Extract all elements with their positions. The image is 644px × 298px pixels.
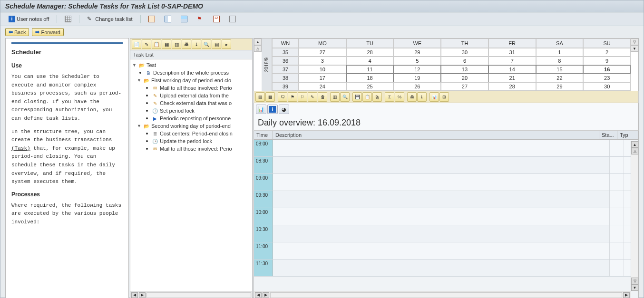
collapse-icon[interactable]: ▼ xyxy=(137,78,142,83)
ov-tool[interactable]: ⚑ xyxy=(288,92,297,102)
tree-tool-9[interactable]: ▤ xyxy=(212,39,221,49)
tree-item[interactable]: ▶Periodic reposting of personne xyxy=(130,115,252,122)
tree-item[interactable]: 🕒Set period lock xyxy=(130,107,252,115)
tree-item[interactable]: ✉Mail to all those involved: Perio xyxy=(130,145,252,153)
cal-day[interactable]: 9 xyxy=(583,57,631,65)
cal-day[interactable]: 24 xyxy=(299,82,346,91)
schedule-row[interactable]: 11:30 xyxy=(254,260,638,277)
scroll-track[interactable] xyxy=(146,292,251,298)
chart-button[interactable]: 📊 xyxy=(256,105,266,114)
cal-day[interactable]: 13 xyxy=(441,65,488,74)
scroll-right[interactable]: ▶ xyxy=(263,292,269,298)
scroll-down[interactable]: ▼ xyxy=(631,284,638,291)
desc-cell[interactable] xyxy=(273,191,610,208)
tool-button-1[interactable] xyxy=(145,14,158,24)
cal-day[interactable]: 27 xyxy=(441,82,488,91)
schedule-row[interactable]: 08:00 xyxy=(254,140,638,157)
change-task-button[interactable]: ✎ Change task list xyxy=(84,14,136,24)
cal-day[interactable]: 30 xyxy=(441,48,488,57)
cal-day[interactable]: 6 xyxy=(441,57,488,65)
cal-day[interactable]: 29 xyxy=(393,48,441,57)
ov-tool[interactable]: % xyxy=(395,92,404,102)
cal-day[interactable]: 23 xyxy=(583,74,631,82)
cal-prev-year[interactable]: ▲ xyxy=(254,38,262,45)
ov-tool[interactable]: 🗨 xyxy=(278,92,287,102)
info-button[interactable]: i xyxy=(267,105,278,114)
cal-day[interactable]: 2 xyxy=(583,48,631,57)
schedule-row[interactable]: 08:30 xyxy=(254,157,638,174)
tree-tool-4[interactable]: ▦ xyxy=(162,39,171,49)
tree-hscroll[interactable]: ◀ ▶ xyxy=(130,291,252,298)
cal-day[interactable]: 29 xyxy=(536,82,584,91)
cal-day[interactable]: 28 xyxy=(346,48,394,57)
cal-day[interactable]: 31 xyxy=(488,48,536,57)
scroll-track[interactable] xyxy=(270,292,622,298)
cal-day[interactable]: 4 xyxy=(346,57,394,65)
tree-item[interactable]: ▼ 📂 Second working day of period-end xyxy=(130,122,252,130)
ov-tool[interactable]: ▥ xyxy=(330,92,340,102)
forward-button[interactable]: ➡Forward xyxy=(32,28,63,36)
scroll-track[interactable] xyxy=(631,154,638,278)
tree-tool-5[interactable]: ▥ xyxy=(172,39,181,49)
collapse-icon[interactable]: ▼ xyxy=(137,124,142,128)
schedule-row[interactable]: 09:30 xyxy=(254,191,638,208)
ov-tool[interactable]: 🗑 xyxy=(318,92,327,102)
cal-day[interactable]: 30 xyxy=(583,82,631,91)
schedule-row[interactable]: 10:30 xyxy=(254,225,638,242)
schedule-row[interactable]: 10:00 xyxy=(254,208,638,225)
tree-item[interactable]: ▼ 📂 First working day of period-end clo xyxy=(130,77,252,84)
cal-day[interactable]: 26 xyxy=(393,82,441,91)
cal-day[interactable]: 1 xyxy=(536,48,584,57)
tool-button-4[interactable]: ⚑ xyxy=(194,14,207,24)
scroll-right-end[interactable]: ▶ xyxy=(623,292,630,298)
desc-cell[interactable] xyxy=(273,225,610,242)
ov-tool[interactable]: 💾 xyxy=(352,92,362,102)
cal-next-year[interactable]: ▼ xyxy=(631,45,638,52)
desc-cell[interactable] xyxy=(273,140,610,156)
ov-tool[interactable]: ✎ xyxy=(308,92,317,102)
user-notes-button[interactable]: i User notes off xyxy=(5,14,52,24)
grid-button[interactable] xyxy=(61,14,75,24)
desc-cell[interactable] xyxy=(273,260,610,276)
cal-day[interactable]: 10 xyxy=(299,65,346,74)
cal-day[interactable]: 5 xyxy=(393,57,441,65)
ov-tool[interactable]: Σ xyxy=(385,92,394,102)
cal-next-month[interactable]: ▽ xyxy=(631,38,638,45)
schedule-hscroll[interactable]: ◀ ▶ ▶ xyxy=(254,291,631,298)
ov-tool[interactable]: ⚐ xyxy=(298,92,307,102)
cal-prev-month[interactable]: △ xyxy=(254,45,262,52)
cal-day[interactable]: 14 xyxy=(488,65,536,74)
cal-day[interactable]: 25 xyxy=(346,82,394,91)
tree-tool-6[interactable]: 🖶 xyxy=(182,39,191,49)
schedule-row[interactable]: 09:00 xyxy=(254,174,638,191)
scroll-left[interactable]: ◀ xyxy=(255,292,262,298)
cal-day[interactable]: 8 xyxy=(536,57,584,65)
tree-root[interactable]: ▼ 📂 Test xyxy=(130,61,252,69)
tree-tool-3[interactable]: 📋 xyxy=(152,39,161,49)
tree-item[interactable]: ✉Mail to all those involved: Perio xyxy=(130,84,252,92)
cal-day[interactable]: 11 xyxy=(346,65,394,74)
scroll-up-small[interactable]: △ xyxy=(631,148,638,154)
ov-tool[interactable]: ▤ xyxy=(255,92,265,102)
legend-button[interactable]: ◕ xyxy=(279,105,289,114)
ov-tool[interactable]: ⊞ xyxy=(439,92,449,102)
tool-button-6[interactable] xyxy=(226,14,239,24)
back-button[interactable]: ⬅Back xyxy=(5,28,29,36)
ov-tool[interactable]: 🔍 xyxy=(340,92,350,102)
desc-cell[interactable] xyxy=(273,242,610,259)
schedule-row[interactable]: 11:00 xyxy=(254,242,638,260)
tree-tool-1[interactable]: 📄 xyxy=(132,39,141,49)
tree-item[interactable]: ✎Check external data that was o xyxy=(130,99,252,107)
cal-day[interactable]: 7 xyxy=(488,57,536,65)
ov-tool[interactable]: 📊 xyxy=(429,92,439,102)
tree-item[interactable]: ✎Upload external data from the xyxy=(130,92,252,99)
tool-button-3[interactable] xyxy=(177,14,191,24)
ov-tool[interactable]: ▦ xyxy=(265,92,275,102)
ov-tool[interactable]: ⧎ xyxy=(372,92,382,102)
tree-item[interactable]: ≣Cost centers: Period-end closin xyxy=(130,130,252,137)
collapse-icon[interactable]: ▼ xyxy=(132,63,137,67)
cal-day[interactable]: 12 xyxy=(393,65,441,74)
tree-item[interactable]: 🗎 Description of the whole process xyxy=(130,69,252,77)
scroll-right-button[interactable]: ▶ xyxy=(139,292,146,298)
scroll-left-button[interactable]: ◀ xyxy=(131,292,138,298)
